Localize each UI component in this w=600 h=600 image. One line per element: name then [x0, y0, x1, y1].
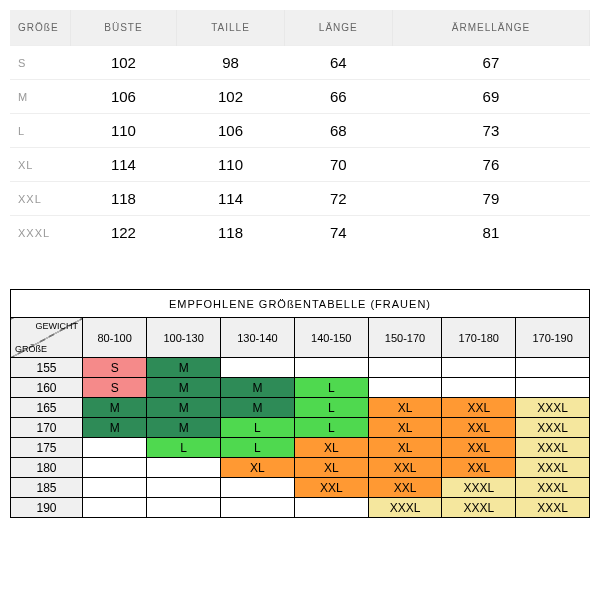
value-cell: 67	[392, 46, 589, 80]
size-cell: XXL	[442, 438, 516, 458]
height-header: 190	[11, 498, 83, 518]
value-cell: 66	[284, 80, 392, 114]
table-row: 165MMMLXLXXLXXXL	[11, 398, 590, 418]
table-row: 155SM	[11, 358, 590, 378]
size-cell: XXL	[442, 398, 516, 418]
size-cell: XL	[368, 418, 442, 438]
size-cell: M	[147, 358, 221, 378]
empty-cell	[294, 498, 368, 518]
size-cell: XXXL	[442, 498, 516, 518]
size-cell: XXXL	[368, 498, 442, 518]
rec-title-row: EMPFOHLENE GRÖßENTABELLE (FRAUEN)	[11, 290, 590, 318]
empty-cell	[83, 438, 147, 458]
size-cell: XL	[10, 148, 70, 182]
size-cell: M	[83, 418, 147, 438]
table-row: XXXL1221187481	[10, 216, 590, 250]
size-cell: L	[147, 438, 221, 458]
size-cell: XXXL	[516, 438, 590, 458]
empty-cell	[147, 478, 221, 498]
empty-cell	[83, 478, 147, 498]
size-cell: M	[147, 378, 221, 398]
size-cell: M	[10, 80, 70, 114]
value-cell: 114	[70, 148, 177, 182]
table-row: 175LLXLXLXXLXXXL	[11, 438, 590, 458]
height-header: 155	[11, 358, 83, 378]
value-cell: 81	[392, 216, 589, 250]
value-cell: 74	[284, 216, 392, 250]
rec-title: EMPFOHLENE GRÖßENTABELLE (FRAUEN)	[11, 290, 590, 318]
recommended-size-table: EMPFOHLENE GRÖßENTABELLE (FRAUEN) GEWICH…	[10, 289, 590, 518]
size-cell: M	[147, 418, 221, 438]
size-table-header-row: GRÖßEBÜSTETAILLELÄNGEÄRMELLÄNGE	[10, 10, 590, 46]
value-cell: 110	[70, 114, 177, 148]
size-cell: XL	[368, 438, 442, 458]
col-taille: TAILLE	[177, 10, 284, 46]
height-label: GRÖßE	[15, 344, 47, 354]
size-cell: XL	[221, 458, 295, 478]
table-row: S102986467	[10, 46, 590, 80]
size-cell: XXXL	[516, 458, 590, 478]
size-cell: L	[221, 438, 295, 458]
table-row: 180XLXLXXLXXLXXXL	[11, 458, 590, 478]
value-cell: 102	[177, 80, 284, 114]
size-cell: S	[10, 46, 70, 80]
height-header: 180	[11, 458, 83, 478]
diag-header: GEWICHT GRÖßE	[11, 318, 83, 358]
size-cell: XL	[294, 458, 368, 478]
value-cell: 110	[177, 148, 284, 182]
weight-header: 140-150	[294, 318, 368, 358]
size-cell: XXXL	[442, 478, 516, 498]
value-cell: 118	[70, 182, 177, 216]
rec-body: 155SM160SMML165MMMLXLXXLXXXL170MMLLXLXXL…	[11, 358, 590, 518]
size-cell: XXXL	[516, 398, 590, 418]
col-ärmellänge: ÄRMELLÄNGE	[392, 10, 589, 46]
size-cell: S	[83, 378, 147, 398]
value-cell: 122	[70, 216, 177, 250]
weight-header: 100-130	[147, 318, 221, 358]
height-header: 165	[11, 398, 83, 418]
value-cell: 102	[70, 46, 177, 80]
height-header: 175	[11, 438, 83, 458]
size-cell: XXXL	[10, 216, 70, 250]
table-row: 160SMML	[11, 378, 590, 398]
size-cell: L	[294, 398, 368, 418]
table-row: M1061026669	[10, 80, 590, 114]
empty-cell	[442, 378, 516, 398]
size-cell: M	[83, 398, 147, 418]
value-cell: 118	[177, 216, 284, 250]
size-table-body: S102986467M1061026669L1101066873XL114110…	[10, 46, 590, 250]
value-cell: 79	[392, 182, 589, 216]
size-cell: XXL	[10, 182, 70, 216]
value-cell: 73	[392, 114, 589, 148]
size-cell: XL	[368, 398, 442, 418]
empty-cell	[221, 358, 295, 378]
size-table: GRÖßEBÜSTETAILLELÄNGEÄRMELLÄNGE S1029864…	[10, 10, 590, 249]
height-header: 185	[11, 478, 83, 498]
col-länge: LÄNGE	[284, 10, 392, 46]
size-cell: L	[221, 418, 295, 438]
size-cell: XL	[294, 438, 368, 458]
size-cell: XXL	[368, 458, 442, 478]
empty-cell	[294, 358, 368, 378]
weight-header: 130-140	[221, 318, 295, 358]
size-cell: XXL	[442, 458, 516, 478]
value-cell: 68	[284, 114, 392, 148]
empty-cell	[516, 358, 590, 378]
empty-cell	[368, 378, 442, 398]
table-row: 190XXXLXXXLXXXL	[11, 498, 590, 518]
table-row: 170MMLLXLXXLXXXL	[11, 418, 590, 438]
empty-cell	[516, 378, 590, 398]
empty-cell	[83, 498, 147, 518]
size-cell: L	[294, 418, 368, 438]
size-cell: L	[294, 378, 368, 398]
value-cell: 72	[284, 182, 392, 216]
table-row: 185XXLXXLXXXLXXXL	[11, 478, 590, 498]
empty-cell	[147, 498, 221, 518]
size-cell: XXL	[368, 478, 442, 498]
value-cell: 64	[284, 46, 392, 80]
value-cell: 69	[392, 80, 589, 114]
size-cell: XXL	[294, 478, 368, 498]
value-cell: 98	[177, 46, 284, 80]
empty-cell	[368, 358, 442, 378]
value-cell: 76	[392, 148, 589, 182]
